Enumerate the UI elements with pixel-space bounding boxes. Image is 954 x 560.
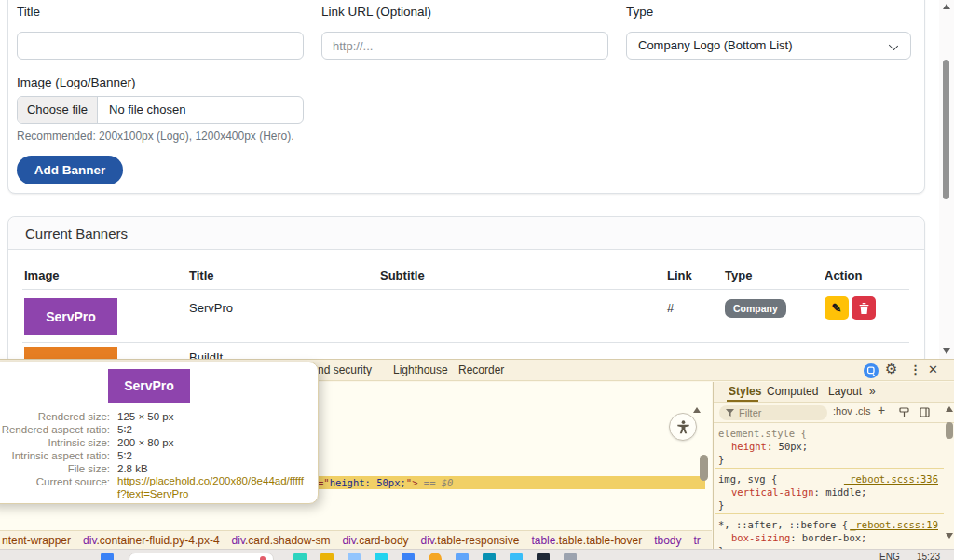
- styles-tabbar: Styles Computed Layout »: [714, 382, 954, 403]
- image-source-link[interactable]: https://placehold.co/200x80/8e44ad/fffff…: [117, 475, 309, 500]
- stylesheet-link[interactable]: _reboot.scss:19: [850, 518, 938, 531]
- taskbar-app-icon[interactable]: [510, 553, 523, 560]
- tab-recorder[interactable]: Recorder: [458, 360, 504, 380]
- breadcrumb-item[interactable]: div.table-responsive: [421, 534, 520, 547]
- banner-link: #: [667, 301, 674, 315]
- taskbar-app-icon[interactable]: [456, 553, 469, 560]
- accessibility-icon[interactable]: [669, 413, 697, 441]
- selected-dom-node[interactable]: ="height: 50px;"> == $0: [318, 476, 705, 489]
- css-value[interactable]: : 50px;: [767, 441, 808, 452]
- taskbar: ENG 15:23: [0, 549, 954, 560]
- page-scrollbar[interactable]: [939, 0, 954, 359]
- css-property[interactable]: box-sizing: [731, 532, 790, 543]
- styles-scroll-up-icon[interactable]: [946, 406, 953, 412]
- popup-row: Rendered size:125 × 50 px: [0, 410, 318, 423]
- col-image: Image: [24, 268, 60, 282]
- file-input[interactable]: Choose file No file chosen: [17, 96, 304, 124]
- taskbar-app-icon[interactable]: [348, 553, 361, 560]
- breadcrumb-item[interactable]: div.card-body: [342, 534, 408, 547]
- add-banner-button[interactable]: Add Banner: [17, 156, 123, 184]
- taskbar-app-icon[interactable]: [483, 553, 496, 560]
- start-icon[interactable]: [101, 553, 114, 560]
- taskbar-app-icon[interactable]: [293, 553, 307, 560]
- active-tab-underline: [727, 400, 758, 402]
- col-type: Type: [725, 268, 752, 282]
- screen: Title Link URL (Optional) Type Company L…: [0, 0, 954, 560]
- taskbar-search[interactable]: [129, 553, 274, 560]
- css-rule[interactable]: element.style { height: 50px; }: [715, 423, 944, 469]
- css-rule[interactable]: _reboot.scss:336img, svg { vertical-alig…: [715, 469, 944, 514]
- styles-scroll-down-icon[interactable]: [946, 533, 953, 539]
- taskbar-app-icon[interactable]: [537, 553, 550, 560]
- elements-scrollbar-thumb[interactable]: [700, 455, 708, 481]
- rule-selector: img, svg {: [718, 473, 777, 485]
- tab-lighthouse[interactable]: Lighthouse: [393, 360, 448, 380]
- breadcrumb-item[interactable]: tr: [694, 534, 701, 547]
- taskbar-app-icon[interactable]: [402, 553, 415, 560]
- recommended-hint: Recommended: 200x100px (Logo), 1200x400p…: [17, 130, 294, 143]
- popup-row: File size:2.8 kB: [0, 462, 318, 475]
- taskbar-app-icon[interactable]: [429, 553, 442, 560]
- banner-image[interactable]: ServPro: [24, 298, 117, 335]
- link-url-input[interactable]: [321, 32, 608, 60]
- tab-privacy-security[interactable]: nd security: [318, 360, 372, 380]
- dock-panel-icon[interactable]: [920, 407, 930, 419]
- card-header: Current Banners: [8, 217, 924, 250]
- title-input[interactable]: [17, 32, 304, 60]
- col-title: Title: [189, 268, 214, 282]
- breadcrumb-item[interactable]: tbody: [654, 534, 681, 547]
- clock[interactable]: 15:23: [917, 552, 940, 560]
- devtools-ai-icon[interactable]: [864, 363, 879, 381]
- type-select[interactable]: Company Logo (Bottom List): [626, 32, 911, 60]
- kebab-menu-icon[interactable]: ⋮: [909, 362, 921, 376]
- taskbar-app-icon[interactable]: [375, 553, 388, 560]
- scroll-up-icon[interactable]: [943, 4, 950, 9]
- edit-button[interactable]: ✎: [825, 296, 849, 320]
- styles-toolbar: Filter :hov .cls +: [714, 403, 954, 423]
- dollar-zero-flag: == $0: [418, 477, 454, 488]
- filter-placeholder: Filter: [739, 407, 761, 418]
- css-value[interactable]: : middle;: [814, 486, 867, 498]
- tab-computed[interactable]: Computed: [767, 382, 818, 402]
- file-chosen-text: No file chosen: [109, 102, 185, 116]
- scrollbar-thumb[interactable]: [943, 60, 949, 199]
- toggle-hover-state[interactable]: :hov: [833, 405, 852, 417]
- css-value[interactable]: : border-box;: [790, 532, 866, 543]
- popup-row: Current source:https://placehold.co/200x…: [0, 475, 318, 501]
- more-tabs-icon[interactable]: »: [869, 382, 876, 402]
- delete-button[interactable]: [852, 296, 876, 320]
- taskbar-app-icon[interactable]: [564, 553, 577, 560]
- scroll-down-icon[interactable]: [943, 348, 950, 354]
- language-indicator[interactable]: ENG: [879, 552, 900, 560]
- funnel-icon: [726, 409, 734, 417]
- css-property[interactable]: vertical-align: [731, 486, 814, 498]
- settings-gear-icon[interactable]: ⚙: [885, 361, 897, 377]
- toggle-class[interactable]: .cls: [855, 405, 871, 417]
- css-property[interactable]: height: [731, 441, 767, 452]
- type-badge: Company: [725, 299, 786, 318]
- styles-filter-input[interactable]: Filter: [719, 405, 827, 420]
- banner-title: ServPro: [189, 301, 233, 315]
- preview-image: ServPro: [108, 369, 190, 403]
- link-url-label: Link URL (Optional): [321, 5, 431, 19]
- current-banners-card: Current Banners: [7, 216, 925, 365]
- rule-selector: *, ::after, ::before {: [718, 519, 848, 530]
- paint-format-icon[interactable]: [899, 407, 909, 419]
- breadcrumb-item[interactable]: ntent-wrapper: [2, 534, 71, 547]
- elements-scroll-up-icon[interactable]: [693, 407, 701, 413]
- styles-panel: Styles Computed Layout » Filter :hov .cl…: [713, 382, 954, 560]
- tab-styles[interactable]: Styles: [729, 382, 761, 402]
- choose-file-button[interactable]: Choose file: [18, 97, 98, 123]
- tab-layout[interactable]: Layout: [828, 382, 862, 402]
- breadcrumb-item[interactable]: div.card.shadow-sm: [232, 534, 331, 547]
- close-devtools-icon[interactable]: ✕: [928, 362, 938, 376]
- taskbar-app-icon[interactable]: [320, 553, 334, 560]
- chevron-down-icon: [889, 41, 898, 50]
- breadcrumb-item[interactable]: div.container-fluid.py-4.px-4: [83, 534, 220, 547]
- styles-scrollbar-thumb[interactable]: [946, 422, 953, 439]
- image-preview-popup: ServPro Rendered size:125 × 50 px Render…: [0, 362, 319, 504]
- search-accent-dot: [260, 556, 266, 560]
- new-style-rule-icon[interactable]: +: [878, 403, 885, 417]
- breadcrumb-item[interactable]: table.table.table-hover: [531, 534, 642, 547]
- stylesheet-link[interactable]: _reboot.scss:336: [844, 472, 938, 485]
